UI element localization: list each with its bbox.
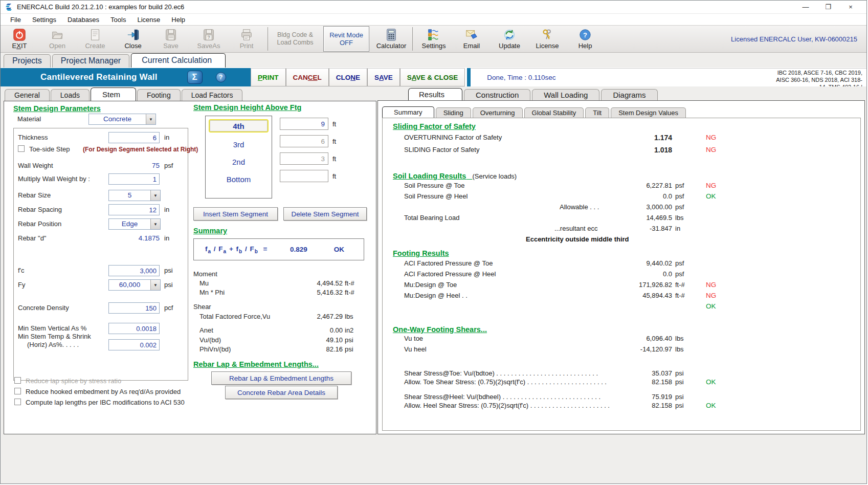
rebar-lap-embedment-button[interactable]: Rebar Lap & Embedment Lengths <box>211 371 351 385</box>
menu-tools[interactable]: Tools <box>105 15 131 25</box>
rebar-spacing-input[interactable] <box>108 204 160 215</box>
close-button[interactable]: Close <box>114 26 152 52</box>
segment-list: 4th 3rd 2nd Bottom <box>205 116 272 199</box>
chevron-down-icon[interactable]: ▼ <box>146 114 155 124</box>
save-calc-button[interactable]: SAVE <box>367 69 400 86</box>
concrete-rebar-area-button[interactable]: Concrete Rebar Area Details <box>225 386 338 399</box>
update-button[interactable]: Update <box>491 26 528 52</box>
tab-footing[interactable]: Footing <box>137 89 181 101</box>
fy-dropdown[interactable]: 60,000 ▼ <box>108 279 161 291</box>
phivn-value: 82.16 <box>286 345 343 353</box>
segment-3rd-height-input[interactable] <box>280 135 328 147</box>
tab-results[interactable]: Results <box>408 88 462 100</box>
stem-height-column: Stem Design Height Above Ftg 4th 3rd 2nd… <box>191 101 374 434</box>
tab-current-calculation[interactable]: Current Calculation <box>131 53 226 68</box>
subtab-overturning[interactable]: Overturning <box>473 107 523 118</box>
tab-stem[interactable]: Stem <box>91 87 136 101</box>
segment-2nd-button[interactable]: 2nd <box>209 155 269 168</box>
results-page: Summary Sliding Overturning Global Stabi… <box>377 100 865 434</box>
tab-construction[interactable]: Construction <box>464 89 530 100</box>
bldg-code-load-combs-button[interactable]: Bldg Code & Load Combs <box>270 26 320 52</box>
header-divider <box>467 68 471 86</box>
concrete-density-input[interactable] <box>108 302 160 314</box>
subtab-sliding[interactable]: Sliding <box>436 107 471 118</box>
menu-help[interactable]: Help <box>166 15 191 25</box>
segment-bottom-button[interactable]: Bottom <box>209 172 269 186</box>
maximize-button[interactable]: ❐ <box>824 3 833 11</box>
segment-bottom-height-input[interactable] <box>280 170 328 182</box>
update-sync-icon <box>503 28 516 41</box>
reduce-hooked-embedment-label: Reduce hooked embedment by As req'd/As p… <box>26 388 181 395</box>
wall-weight-label: Wall Weight <box>18 162 53 169</box>
clone-button[interactable]: CLONE <box>329 69 367 86</box>
fc-input[interactable] <box>108 265 160 276</box>
rebar-size-dropdown[interactable]: 5 ▼ <box>108 190 161 201</box>
tab-load-factors[interactable]: Load Factors <box>182 89 243 101</box>
menu-databases[interactable]: Databases <box>62 15 105 25</box>
toolbar-separator <box>268 27 268 51</box>
insert-stem-segment-button[interactable]: Insert Stem Segment <box>193 207 278 221</box>
reduce-hooked-embedment-checkbox[interactable] <box>14 388 21 394</box>
rebar-d-label: Rebar "d" <box>18 234 46 242</box>
compute-lap-lengths-checkbox[interactable] <box>14 399 21 405</box>
close-window-button[interactable]: × <box>846 3 855 11</box>
segment-4th-button[interactable]: 4th <box>209 119 269 133</box>
wall-weight-value: 75 <box>108 162 160 169</box>
title-bar: ENERCALC Build 20.21.2.10 : examples for… <box>1 1 866 14</box>
tab-diagrams[interactable]: Diagrams <box>601 89 657 100</box>
mn-phi-value: 5,416.32 <box>286 289 343 296</box>
fy-label: Fy <box>18 281 25 289</box>
header-help-icon[interactable]: ? <box>216 72 226 82</box>
save-and-close-button[interactable]: SAVE & CLOSE <box>400 69 465 86</box>
content-area: General Loads Stem Footing Load Factors … <box>1 86 866 483</box>
settings-button[interactable]: Settings <box>415 26 453 52</box>
subtab-global-stability[interactable]: Global Stability <box>524 107 584 118</box>
tab-general[interactable]: General <box>5 89 50 101</box>
results-subtab-bar: Summary Sliding Overturning Global Stabi… <box>378 101 864 118</box>
menu-settings[interactable]: Settings <box>27 15 62 25</box>
tab-loads[interactable]: Loads <box>51 89 90 101</box>
save-as-button[interactable]: ? SaveAs <box>190 26 228 52</box>
segment-4th-height-input[interactable] <box>280 118 328 130</box>
menu-file[interactable]: File <box>5 15 27 25</box>
license-button[interactable]: License <box>528 26 566 52</box>
min-stem-temp-input[interactable] <box>108 339 160 350</box>
menu-license[interactable]: License <box>131 15 166 25</box>
chevron-down-icon[interactable]: ▼ <box>150 280 160 290</box>
rebar-position-dropdown[interactable]: Edge ▼ <box>108 218 161 230</box>
chevron-down-icon[interactable]: ▼ <box>150 219 160 229</box>
tab-wall-loading[interactable]: Wall Loading <box>532 89 599 100</box>
subtab-tilt[interactable]: Tilt <box>585 107 609 118</box>
create-button[interactable]: Create <box>76 26 114 52</box>
chevron-down-icon[interactable]: ▼ <box>150 190 160 201</box>
revit-mode-button[interactable]: Revit Mode OFF <box>323 26 369 52</box>
segment-3rd-button[interactable]: 3rd <box>209 138 269 151</box>
close-door-icon <box>126 28 140 41</box>
save-button[interactable]: Save <box>152 26 190 52</box>
segment-2nd-height-input[interactable] <box>280 152 328 165</box>
tab-project-manager[interactable]: Project Manager <box>52 54 129 68</box>
help-button[interactable]: ? Help <box>566 26 604 52</box>
calculator-button[interactable]: Calculator <box>372 26 410 52</box>
open-button[interactable]: Open <box>38 26 76 52</box>
reduce-lap-splice-checkbox[interactable] <box>14 377 21 384</box>
stress-ratio-equation: fa / Fa + fb / Fb = 0.829 OK <box>193 238 364 260</box>
delete-stem-segment-button[interactable]: Delete Stem Segment <box>283 207 367 221</box>
material-dropdown[interactable]: Concrete ▼ <box>88 114 156 125</box>
tab-projects[interactable]: Projects <box>4 54 51 68</box>
minimize-button[interactable]: — <box>801 3 810 11</box>
subtab-stem-design-values[interactable]: Stem Design Values <box>611 107 686 118</box>
subtab-summary[interactable]: Summary <box>382 106 434 118</box>
print-calc-button[interactable]: PRINT <box>251 69 286 86</box>
toe-side-step-checkbox[interactable] <box>18 145 25 152</box>
multiply-wall-weight-input[interactable] <box>108 173 160 185</box>
sigma-calc-button[interactable]: Σ <box>187 71 203 84</box>
status-badge: OK <box>706 302 737 310</box>
email-button[interactable]: Email <box>453 26 491 52</box>
exit-button[interactable]: EXIT <box>1 26 38 52</box>
print-button[interactable]: Print <box>228 26 265 52</box>
open-folder-icon <box>51 28 64 41</box>
thickness-input[interactable] <box>108 132 160 143</box>
svg-text:?: ? <box>583 31 587 39</box>
cancel-button[interactable]: CANCEL <box>286 69 329 86</box>
